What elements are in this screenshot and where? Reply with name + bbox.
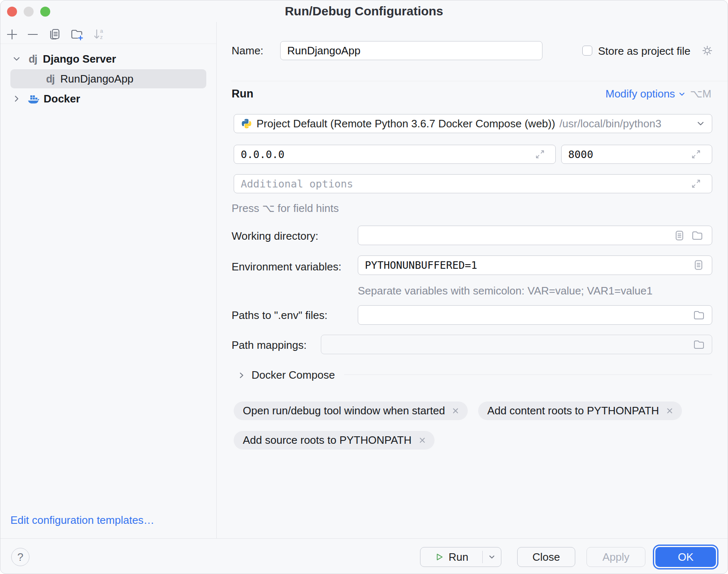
remove-chip-button[interactable] xyxy=(452,407,459,415)
folder-icon xyxy=(691,229,704,242)
svg-text:z: z xyxy=(100,34,103,40)
gear-icon xyxy=(701,44,713,57)
path-mappings-label: Path mappings: xyxy=(232,339,307,352)
docker-compose-group-line xyxy=(344,375,712,375)
path-mappings-input[interactable] xyxy=(321,335,712,354)
store-as-project-file-label: Store as project file xyxy=(598,45,691,58)
macros-list-icon xyxy=(674,230,685,241)
chevron-right-icon xyxy=(237,371,246,379)
dialog-title: Run/Debug Configurations xyxy=(0,4,728,18)
sidebar-divider xyxy=(216,22,217,538)
chevron-down-icon xyxy=(696,119,705,128)
expand-icon xyxy=(535,149,545,159)
svg-text:a: a xyxy=(100,28,103,34)
chevron-down-icon[interactable] xyxy=(12,54,24,63)
run-split-button[interactable]: Run xyxy=(420,547,501,567)
folder-icon xyxy=(693,338,705,351)
insert-macro-button[interactable] xyxy=(674,230,685,241)
apply-button[interactable]: Apply xyxy=(586,547,645,567)
name-input[interactable] xyxy=(280,41,542,60)
docker-compose-group-label: Docker Compose xyxy=(252,369,335,382)
interpreter-select[interactable]: Project Default (Remote Python 3.6.7 Doc… xyxy=(234,114,712,133)
run-section-title: Run xyxy=(232,88,253,100)
copy-configuration-button[interactable] xyxy=(47,27,62,42)
docker-compose-group-toggle[interactable]: Docker Compose xyxy=(237,369,335,382)
docker-icon xyxy=(27,92,39,105)
modify-options-button[interactable]: Modify options xyxy=(606,88,686,100)
expand-options-field-button[interactable] xyxy=(691,179,701,189)
expand-port-field-button[interactable] xyxy=(691,149,701,159)
run-options-dropdown[interactable] xyxy=(483,553,501,561)
name-label: Name: xyxy=(232,44,264,57)
host-input[interactable] xyxy=(234,145,556,164)
port-input[interactable] xyxy=(561,145,712,164)
new-folder-icon xyxy=(70,27,84,41)
store-settings-gear-button[interactable] xyxy=(701,44,713,57)
browse-env-files-button[interactable] xyxy=(693,309,705,321)
sidebar-toolbar-separator xyxy=(0,44,216,44)
add-configuration-button[interactable] xyxy=(5,27,20,42)
edit-configuration-templates-link[interactable]: Edit configuration templates… xyxy=(10,514,154,527)
tree-group-label: Django Server xyxy=(43,53,116,66)
store-as-project-file-checkbox[interactable] xyxy=(582,46,592,56)
python-icon xyxy=(241,118,252,129)
chevron-right-icon[interactable] xyxy=(12,94,24,103)
plus-icon xyxy=(6,28,18,41)
expand-icon xyxy=(691,179,701,189)
browse-path-mappings-button[interactable] xyxy=(693,338,705,351)
tree-group-label: Docker xyxy=(44,92,80,105)
run-button[interactable]: Run xyxy=(420,551,482,564)
tree-item-label: RunDjangoApp xyxy=(60,73,133,85)
environment-variables-input[interactable] xyxy=(358,255,712,275)
working-directory-input[interactable] xyxy=(358,226,712,245)
edit-variables-button[interactable] xyxy=(693,259,704,271)
sort-az-icon: a z xyxy=(92,27,106,41)
footer-separator xyxy=(0,538,728,539)
field-hints-text: Press ⌥ for field hints xyxy=(232,202,339,215)
env-files-input[interactable] xyxy=(358,305,712,325)
env-files-label: Paths to ".env" files: xyxy=(232,309,327,322)
question-mark-icon: ? xyxy=(17,551,23,564)
additional-options-input[interactable] xyxy=(234,174,712,193)
environment-variables-hint: Separate variables with semicolon: VAR=v… xyxy=(358,285,652,297)
tree-group-django-server[interactable]: dj Django Server xyxy=(0,49,216,68)
interpreter-path: /usr/local/bin/python3 xyxy=(559,117,662,130)
remove-configuration-button[interactable] xyxy=(25,27,40,42)
tree-item-rundjangoapp[interactable]: dj RunDjangoApp xyxy=(0,69,216,88)
minus-icon xyxy=(27,28,39,41)
environment-variables-label: Environment variables: xyxy=(232,260,341,273)
expand-icon xyxy=(691,149,701,159)
chip-add-content-roots: Add content roots to PYTHONPATH xyxy=(478,401,682,420)
chip-open-run-debug-tool-window: Open run/debug tool window when started xyxy=(234,401,468,420)
remove-chip-button[interactable] xyxy=(666,407,674,415)
folder-icon xyxy=(693,309,705,321)
remove-chip-button[interactable] xyxy=(418,436,426,444)
new-folder-button[interactable] xyxy=(69,27,84,42)
header-separator xyxy=(231,81,728,81)
help-button[interactable]: ? xyxy=(11,548,29,566)
close-button[interactable]: Close xyxy=(517,547,575,567)
sort-configurations-button[interactable]: a z xyxy=(91,27,106,42)
run-debug-configurations-dialog: Run/Debug Configurations a z dj Django S… xyxy=(0,0,728,574)
copy-icon xyxy=(48,28,61,41)
play-icon xyxy=(435,552,444,562)
chevron-down-icon xyxy=(488,553,496,561)
django-icon: dj xyxy=(46,73,54,85)
modify-options-shortcut: ⌥M xyxy=(690,88,711,100)
chip-add-source-roots: Add source roots to PYTHONPATH xyxy=(234,431,435,450)
django-icon: dj xyxy=(29,53,37,65)
expand-host-field-button[interactable] xyxy=(535,149,545,159)
browse-folder-button[interactable] xyxy=(691,229,704,242)
variables-list-icon xyxy=(693,259,704,271)
tree-group-docker[interactable]: Docker xyxy=(0,89,216,108)
ok-button[interactable]: OK xyxy=(655,547,716,567)
chevron-down-icon xyxy=(678,90,686,98)
interpreter-name: Project Default (Remote Python 3.6.7 Doc… xyxy=(257,117,555,130)
working-directory-label: Working directory: xyxy=(232,230,318,243)
